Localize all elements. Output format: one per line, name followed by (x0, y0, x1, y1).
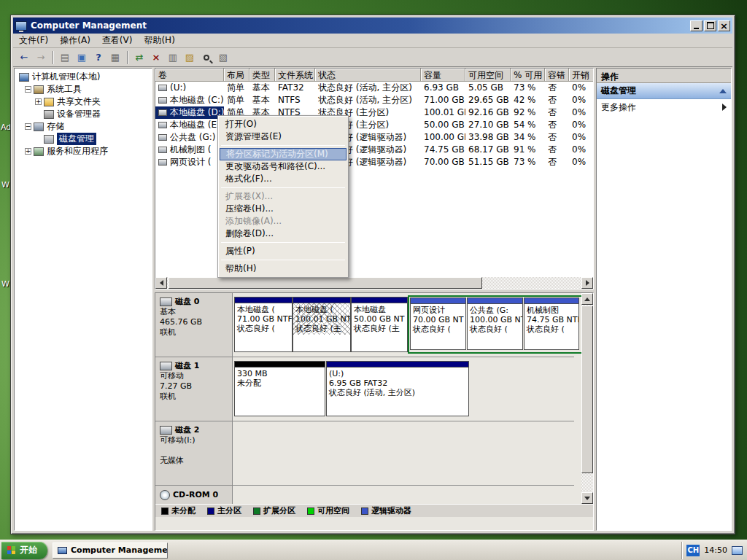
partition-c[interactable]: 本地磁盘 (71.00 GB NTF状态良好 ( (234, 297, 293, 352)
cell: 否 (545, 144, 569, 156)
taskbar-clock[interactable]: 14:50 (704, 545, 727, 555)
disk2-label[interactable]: 磁盘 2 可移动(I:) 无媒体 (155, 421, 233, 485)
scroll-up-icon[interactable] (581, 293, 593, 305)
minimize-button[interactable] (690, 20, 703, 31)
expand-expander-icon[interactable] (25, 148, 31, 155)
menu-action[interactable]: 操作(A) (54, 33, 96, 48)
tree-item-shared-folders[interactable]: 共享文件夹 (15, 96, 152, 108)
find-icon[interactable] (198, 50, 214, 65)
logical-drive-bar (468, 298, 522, 304)
help-icon[interactable] (90, 50, 107, 65)
cdrom-label[interactable]: CD-ROM 0 (155, 486, 233, 504)
disk-icon (160, 426, 172, 435)
scroll-left-icon[interactable] (155, 277, 167, 289)
column-header-type[interactable]: 类型 (249, 69, 275, 82)
scroll-right-icon[interactable] (581, 277, 593, 289)
expand-expander-icon[interactable] (35, 98, 42, 105)
tree-item-services-apps[interactable]: 服务和应用程序 (15, 145, 152, 158)
cell: 0% (569, 131, 594, 144)
partition-e[interactable]: 本地磁盘50.00 GB NT状态良好 (主 (351, 297, 408, 352)
menu-help[interactable]: 帮助(H) (138, 33, 180, 48)
restore-button[interactable] (704, 20, 716, 31)
volume-row-c[interactable]: 本地磁盘 (C:) 简单 基本 NTFS 状态良好 (活动, 主分区) 71.0… (155, 94, 593, 106)
show-console-tree-icon[interactable] (57, 50, 73, 65)
more-actions-item[interactable]: 更多操作 (597, 99, 731, 115)
refresh-icon[interactable] (131, 50, 147, 65)
disk1-label[interactable]: 磁盘 1 可移动 7.27 GB 联机 (155, 357, 233, 421)
column-header-free-space[interactable]: 可用空间 (465, 69, 511, 82)
view-options-icon[interactable] (215, 50, 231, 65)
menu-item-delete-volume[interactable]: 删除卷(D)... (220, 228, 347, 240)
disk0-label[interactable]: 磁盘 0 基本 465.76 GB 联机 (155, 293, 233, 357)
tree-item-device-manager[interactable]: 设备管理器 (15, 108, 152, 120)
scroll-down-icon[interactable] (581, 492, 593, 504)
collapse-icon[interactable] (719, 89, 727, 93)
menu-item-shrink-volume[interactable]: 压缩卷(H)... (220, 203, 347, 215)
menu-item-change-letter[interactable]: 更改驱动器号和路径(C)... (220, 160, 347, 173)
scrollbar-thumb[interactable] (169, 277, 482, 289)
tree-item-storage[interactable]: 存储 (15, 120, 152, 133)
partition-u[interactable]: (U:)6.95 GB FAT32状态良好 (活动, 主分区) (326, 361, 469, 416)
windows-flag-icon (7, 546, 16, 555)
actions-section-disk-management[interactable]: 磁盘管理 (597, 83, 731, 99)
properties-icon[interactable] (165, 50, 181, 65)
horizontal-scrollbar[interactable] (155, 277, 593, 289)
forward-icon[interactable] (33, 50, 49, 65)
tree-item-label: 计算机管理(本地) (32, 71, 100, 83)
open-folder-icon[interactable] (182, 50, 198, 65)
volume-icon (158, 109, 167, 116)
menu-item-add-mirror: 添加镜像(A)... (220, 215, 347, 228)
scrollbar-thumb[interactable] (581, 306, 593, 473)
collapse-expander-icon[interactable] (25, 86, 31, 93)
logical-drive-g[interactable]: 公共盘 (G:100.00 GB NT状态良好 ( (467, 298, 523, 350)
title-bar[interactable]: Computer Management (13, 18, 732, 34)
export-list-icon[interactable] (107, 50, 123, 65)
unallocated-space[interactable]: 330 MB未分配 (234, 361, 325, 416)
unallocated-swatch (161, 508, 169, 515)
tree-item-system-tools[interactable]: 系统工具 (15, 83, 152, 96)
menu-file[interactable]: 文件(F) (13, 33, 54, 48)
column-header-capacity[interactable]: 容量 (421, 69, 465, 82)
partition-d-selected[interactable]: 本地磁盘 (100.01 GB NT状态良好 (主 (293, 297, 351, 352)
close-button[interactable] (718, 20, 730, 31)
volume-name: 公共盘 (G:) (170, 132, 216, 142)
taskbar-task-computer-management[interactable]: Computer Management (53, 542, 168, 559)
back-icon[interactable] (16, 50, 32, 65)
column-header-layout[interactable]: 布局 (224, 69, 249, 82)
cell: 0% (569, 156, 594, 168)
menu-item-format[interactable]: 格式化(F)... (220, 173, 347, 185)
menu-item-open[interactable]: 打开(O) (220, 118, 347, 131)
menu-item-explorer[interactable]: 资源管理器(E) (220, 131, 347, 143)
logical-drive-web[interactable]: 网页设计70.00 GB NT状态良好 ( (410, 298, 466, 350)
tray-monitor-icon[interactable] (732, 546, 743, 555)
tree-item-disk-management[interactable]: 磁盘管理 (15, 133, 152, 145)
window-title: Computer Management (31, 20, 689, 31)
start-button[interactable]: 开始 (1, 542, 47, 559)
delete-icon[interactable] (148, 50, 164, 65)
column-header-percent-free[interactable]: % 可用 (511, 69, 545, 82)
actions-pane: 操作 磁盘管理 更多操作 (596, 68, 732, 531)
column-header-overhead[interactable]: 开销 (569, 69, 594, 82)
disk-kind: 可移动(I:) (160, 435, 228, 446)
column-header-filesystem[interactable]: 文件系统 (275, 69, 315, 82)
vertical-scrollbar[interactable] (581, 293, 593, 504)
logical-drive-mech[interactable]: 机械制图74.75 GB NTF状态良好 ( (524, 298, 579, 350)
column-header-status[interactable]: 状态 (315, 69, 421, 82)
tree-item-root[interactable]: 计算机管理(本地) (15, 71, 152, 83)
menu-item-mark-active: 将分区标记为活动分区(M) (220, 148, 347, 160)
volume-row-u[interactable]: (U:) 简单 基本 FAT32 状态良好 (活动, 主分区) 6.93 GB … (155, 82, 593, 94)
collapse-expander-icon[interactable] (25, 123, 31, 130)
storage-icon (34, 122, 44, 131)
column-header-volume[interactable]: 卷 (155, 69, 224, 82)
toolbar-separator (127, 51, 128, 64)
console-window-icon[interactable] (74, 50, 90, 65)
menu-item-help[interactable]: 帮助(H) (220, 262, 347, 275)
menu-separator (221, 242, 345, 243)
menu-view[interactable]: 查看(V) (96, 33, 139, 48)
menu-item-properties[interactable]: 属性(P) (220, 245, 347, 257)
language-indicator[interactable]: CH (686, 545, 700, 556)
cell: 0% (569, 144, 594, 156)
unallocated-bar (235, 362, 325, 368)
actions-title: 操作 (597, 69, 731, 83)
column-header-fault-tolerance[interactable]: 容错 (545, 69, 569, 82)
